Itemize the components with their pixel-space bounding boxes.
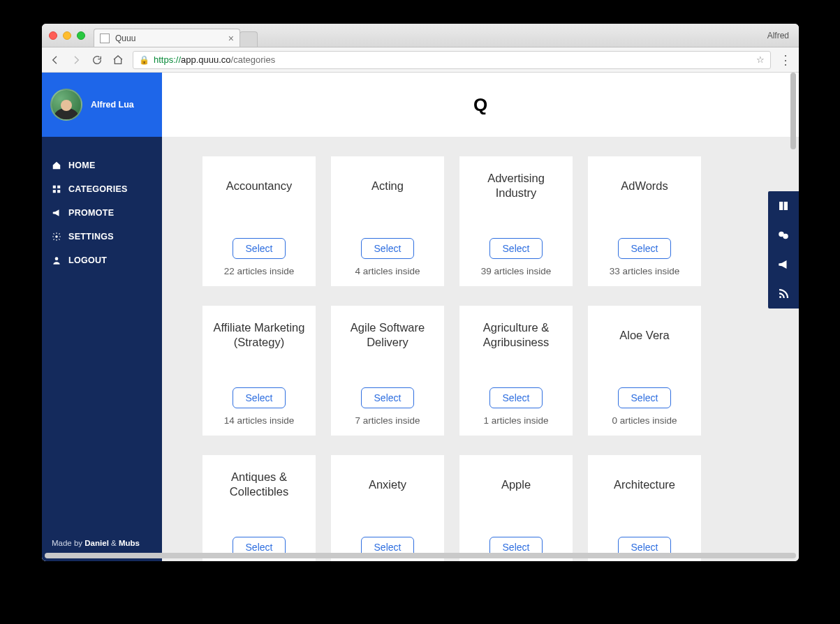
category-card: Aloe VeraSelect0 articles inside — [588, 306, 701, 436]
sidebar-header: Alfred Lua — [42, 73, 162, 137]
category-title: Advertising Industry — [466, 170, 566, 201]
lock-icon: 🔒 — [139, 55, 149, 65]
category-title: Affiliate Marketing (Strategy) — [209, 320, 309, 350]
article-count: 14 articles inside — [224, 415, 295, 426]
sidebar-item-label: LOGOUT — [68, 255, 107, 265]
gear-icon — [52, 232, 61, 242]
category-title: Anxiety — [369, 469, 406, 500]
category-card: Affiliate Marketing (Strategy)Select14 a… — [202, 306, 316, 436]
horizontal-scrollbar-thumb[interactable] — [45, 553, 796, 558]
category-card: AppleSelect5 articles inside — [459, 455, 573, 561]
back-button[interactable] — [49, 54, 61, 66]
category-title: Agile Software Delivery — [338, 320, 437, 350]
sidebar-item-label: CATEGORIES — [68, 184, 128, 194]
article-count: 1 articles inside — [483, 415, 548, 426]
content-area: AccountancySelect22 articles insideActin… — [162, 137, 799, 561]
select-button[interactable]: Select — [233, 387, 286, 408]
category-title: Antiques & Collectibles — [209, 469, 309, 500]
category-title: Aloe Vera — [619, 320, 670, 350]
sidebar-item-label: SETTINGS — [68, 232, 114, 242]
url-text: https://app.quuu.co/categories — [154, 54, 275, 65]
select-button[interactable]: Select — [489, 387, 543, 408]
footer-author-2[interactable]: Mubs — [119, 539, 140, 547]
sidebar-item-settings[interactable]: SETTINGS — [42, 225, 162, 248]
svg-rect-3 — [57, 190, 60, 193]
address-bar[interactable]: 🔒 https://app.quuu.co/categories ☆ — [133, 51, 771, 69]
category-title: Acting — [371, 170, 404, 201]
svg-point-7 — [783, 234, 788, 239]
app-logo[interactable]: Q — [473, 94, 487, 116]
new-tab-button[interactable] — [240, 31, 258, 47]
svg-point-4 — [55, 235, 58, 238]
article-count: 0 articles inside — [612, 415, 677, 426]
avatar[interactable] — [50, 89, 82, 121]
category-card: AdWordsSelect33 articles inside — [588, 156, 701, 286]
footer-author-1[interactable]: Daniel — [84, 539, 109, 547]
tab-title: Quuu — [115, 34, 135, 43]
article-count: 22 articles inside — [224, 266, 295, 276]
category-title: Agriculture & Agribusiness — [466, 320, 566, 350]
browser-window: Quuu × Alfred 🔒 https://app.quuu.co/cate… — [42, 24, 799, 561]
category-title: Accountancy — [226, 170, 292, 201]
svg-point-8 — [779, 296, 781, 298]
browser-tab[interactable]: Quuu × — [94, 29, 240, 47]
select-button[interactable]: Select — [361, 387, 415, 408]
select-button[interactable]: Select — [618, 238, 672, 259]
viewport: Alfred Lua HOMECATEGORIESPROMOTESETTINGS… — [42, 73, 799, 561]
category-card: Antiques & CollectiblesSelect4 articles … — [202, 455, 316, 561]
category-title: Apple — [501, 469, 531, 500]
article-count: 4 articles inside — [355, 266, 420, 276]
vertical-scrollbar[interactable] — [789, 73, 797, 561]
select-button[interactable]: Select — [489, 238, 543, 259]
forward-button[interactable] — [70, 54, 82, 66]
category-card: Agile Software DeliverySelect7 articles … — [331, 306, 444, 436]
tab-strip: Quuu × — [94, 24, 258, 47]
favicon-icon — [100, 34, 110, 43]
article-count: 39 articles inside — [481, 266, 552, 276]
category-card: Agriculture & AgribusinessSelect1 articl… — [459, 306, 573, 436]
browser-menu-button[interactable]: ⋮ — [779, 52, 792, 68]
category-title: AdWords — [621, 170, 668, 201]
browser-toolbar: 🔒 https://app.quuu.co/categories ☆ ⋮ — [42, 47, 799, 73]
category-card: AccountancySelect22 articles inside — [202, 156, 316, 286]
user-icon — [52, 255, 61, 265]
svg-rect-0 — [53, 186, 56, 188]
close-window-button[interactable] — [49, 31, 57, 40]
titlebar: Quuu × Alfred — [42, 24, 799, 47]
category-grid: AccountancySelect22 articles insideActin… — [202, 156, 769, 561]
sidebar-item-promote[interactable]: PROMOTE — [42, 201, 162, 225]
svg-point-5 — [55, 257, 59, 260]
username-label: Alfred Lua — [91, 100, 134, 110]
main: Q AccountancySelect22 articles insideAct… — [162, 73, 799, 561]
select-button[interactable]: Select — [233, 238, 286, 259]
horizontal-scrollbar[interactable] — [45, 551, 796, 560]
maximize-window-button[interactable] — [77, 31, 85, 40]
reload-button[interactable] — [91, 54, 103, 66]
article-count: 7 articles inside — [355, 415, 420, 426]
sidebar: Alfred Lua HOMECATEGORIESPROMOTESETTINGS… — [42, 73, 162, 561]
category-card: AnxietySelect0 articles inside — [331, 455, 444, 561]
chrome-profile-label[interactable]: Alfred — [767, 24, 789, 47]
sidebar-item-logout[interactable]: LOGOUT — [42, 248, 162, 272]
category-card: Advertising IndustrySelect39 articles in… — [459, 156, 573, 286]
svg-rect-2 — [53, 190, 56, 193]
article-count: 33 articles inside — [610, 266, 680, 276]
megaphone-icon — [52, 208, 61, 218]
vertical-scrollbar-thumb[interactable] — [790, 73, 796, 149]
minimize-window-button[interactable] — [63, 31, 71, 40]
sidebar-item-home[interactable]: HOME — [42, 154, 162, 177]
home-button[interactable] — [112, 54, 124, 66]
home-icon — [52, 161, 61, 170]
bookmark-star-icon[interactable]: ☆ — [756, 54, 765, 65]
close-tab-button[interactable]: × — [228, 34, 234, 43]
select-button[interactable]: Select — [618, 387, 672, 408]
svg-rect-1 — [57, 186, 60, 188]
grid-icon — [52, 184, 61, 194]
sidebar-item-categories[interactable]: CATEGORIES — [42, 177, 162, 201]
app-root: Alfred Lua HOMECATEGORIESPROMOTESETTINGS… — [42, 73, 799, 561]
window-controls — [49, 31, 85, 40]
category-card: ActingSelect4 articles inside — [331, 156, 444, 286]
sidebar-item-label: PROMOTE — [68, 208, 114, 218]
category-card: ArchitectureSelect11 articles inside — [588, 455, 701, 561]
select-button[interactable]: Select — [361, 238, 415, 259]
